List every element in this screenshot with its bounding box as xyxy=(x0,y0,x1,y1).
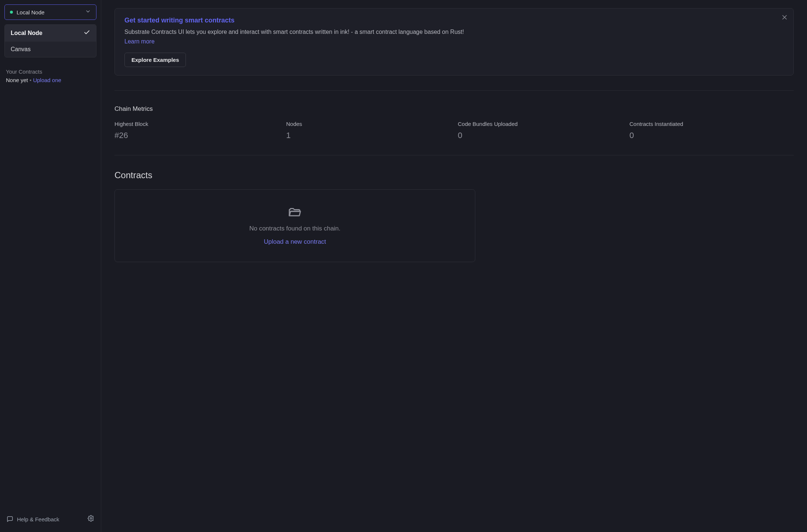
your-contracts-title: Your Contracts xyxy=(6,68,95,75)
upload-new-contract-link[interactable]: Upload a new contract xyxy=(264,238,326,246)
metrics-grid: Highest Block #26 Nodes 1 Code Bundles U… xyxy=(114,121,794,140)
sidebar-footer: Help & Feedback xyxy=(4,512,96,528)
banner-body: Substrate Contracts UI lets you explore … xyxy=(124,29,464,35)
dropdown-item-canvas[interactable]: Canvas xyxy=(5,42,96,57)
banner-title: Get started writing smart contracts xyxy=(124,17,784,24)
get-started-banner: Get started writing smart contracts Subs… xyxy=(114,8,794,75)
dropdown-item-label: Canvas xyxy=(11,46,31,53)
close-icon xyxy=(781,14,788,21)
dropdown-item-local-node[interactable]: Local Node xyxy=(5,25,96,42)
contracts-empty-text: No contracts found on this chain. xyxy=(249,225,341,232)
banner-text: Substrate Contracts UI lets you explore … xyxy=(124,27,478,46)
metric-value: 1 xyxy=(286,131,450,140)
metric-label: Contracts Instantiated xyxy=(630,121,794,127)
explore-examples-button[interactable]: Explore Examples xyxy=(124,53,186,67)
metric-code-bundles: Code Bundles Uploaded 0 xyxy=(458,121,622,140)
divider xyxy=(114,90,794,91)
network-dropdown: Local Node Canvas xyxy=(4,24,96,57)
metric-highest-block: Highest Block #26 xyxy=(114,121,279,140)
contracts-section: Contracts No contracts found on this cha… xyxy=(114,170,794,262)
chain-metrics-section: Chain Metrics Highest Block #26 Nodes 1 … xyxy=(114,105,794,140)
metric-value: 0 xyxy=(458,131,622,140)
metric-label: Code Bundles Uploaded xyxy=(458,121,622,127)
learn-more-link[interactable]: Learn more xyxy=(124,38,155,45)
metric-value: 0 xyxy=(630,131,794,140)
folder-open-icon xyxy=(288,206,302,219)
close-banner-button[interactable] xyxy=(781,14,788,22)
check-icon xyxy=(84,29,90,37)
divider xyxy=(114,155,794,155)
contracts-empty-card: No contracts found on this chain. Upload… xyxy=(114,189,475,262)
chat-icon xyxy=(7,516,13,522)
gear-icon xyxy=(88,515,94,522)
help-feedback-link[interactable]: Help & Feedback xyxy=(7,516,59,522)
settings-button[interactable] xyxy=(88,515,94,523)
chevron-down-icon xyxy=(85,8,91,16)
your-contracts-body: None yet • Upload one xyxy=(6,77,95,83)
upload-one-link[interactable]: Upload one xyxy=(33,77,61,83)
contracts-empty-text: None yet xyxy=(6,77,28,83)
status-dot-icon xyxy=(10,11,13,14)
chain-metrics-title: Chain Metrics xyxy=(114,105,794,113)
metric-label: Highest Block xyxy=(114,121,279,127)
separator: • xyxy=(29,77,31,83)
svg-point-0 xyxy=(90,518,92,519)
metric-contracts-instantiated: Contracts Instantiated 0 xyxy=(630,121,794,140)
help-feedback-label: Help & Feedback xyxy=(17,516,59,522)
metric-label: Nodes xyxy=(286,121,450,127)
contracts-title: Contracts xyxy=(114,170,794,180)
metric-value: #26 xyxy=(114,131,279,140)
metric-nodes: Nodes 1 xyxy=(286,121,450,140)
dropdown-item-label: Local Node xyxy=(11,30,42,36)
sidebar: Local Node Local Node Canvas Your Contra… xyxy=(0,0,101,532)
your-contracts-section: Your Contracts None yet • Upload one xyxy=(4,68,96,83)
network-selector[interactable]: Local Node xyxy=(4,4,96,20)
main-content: Get started writing smart contracts Subs… xyxy=(101,0,807,532)
network-selected-label: Local Node xyxy=(17,9,45,15)
